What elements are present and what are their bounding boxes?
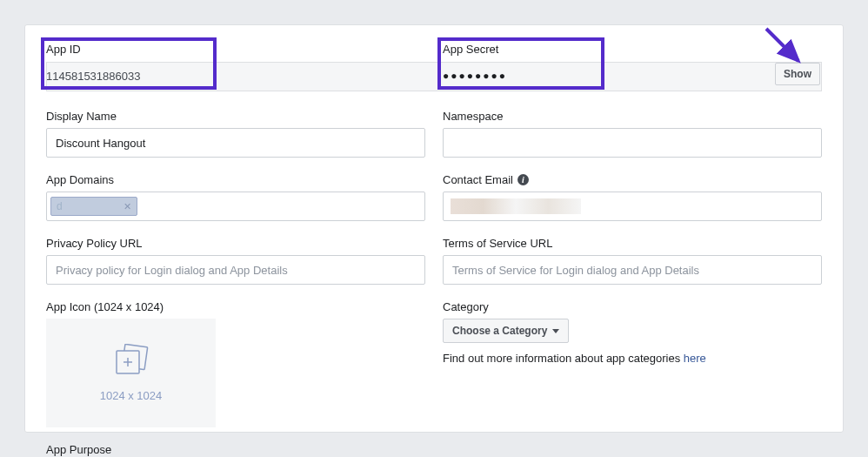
namespace-input[interactable] [443, 128, 822, 158]
category-dropdown[interactable]: Choose a Category [443, 319, 569, 343]
contact-email-input[interactable] [443, 192, 822, 221]
app-domains-input[interactable]: d ✕ [46, 192, 425, 221]
namespace-label: Namespace [443, 110, 822, 123]
tos-url-input[interactable] [443, 255, 822, 285]
chevron-down-icon [552, 329, 559, 333]
app-secret-label: App Secret [443, 43, 822, 56]
display-name-input[interactable] [46, 128, 425, 158]
remove-token-icon[interactable]: ✕ [124, 201, 131, 212]
privacy-url-input[interactable] [46, 255, 425, 285]
domain-token-text: d [57, 200, 63, 212]
app-secret-value: ●●●●●●●● [443, 70, 507, 82]
contact-email-label: Contact Email i [443, 173, 822, 186]
domain-token[interactable]: d ✕ [50, 197, 137, 216]
category-help-text: Find out more information about app cate… [443, 352, 822, 365]
contact-email-redacted [451, 198, 581, 214]
app-purpose-label: App Purpose [46, 443, 822, 456]
app-id-value: 114581531886033 [46, 61, 425, 91]
category-label: Category [443, 300, 822, 313]
settings-card: App ID 114581531886033 App Secret ●●●●●●… [24, 24, 844, 433]
info-icon[interactable]: i [517, 174, 529, 185]
display-name-label: Display Name [46, 110, 425, 123]
app-domains-label: App Domains [46, 173, 425, 186]
show-secret-button[interactable]: Show [775, 63, 820, 85]
upload-image-icon [110, 344, 152, 379]
category-help-link[interactable]: here [684, 352, 706, 365]
icon-size-text: 1024 x 1024 [100, 389, 163, 402]
privacy-url-label: Privacy Policy URL [46, 237, 425, 250]
app-id-label: App ID [46, 43, 425, 56]
app-icon-label: App Icon (1024 x 1024) [46, 300, 425, 313]
app-icon-uploader[interactable]: 1024 x 1024 [46, 319, 216, 427]
tos-url-label: Terms of Service URL [443, 237, 822, 250]
